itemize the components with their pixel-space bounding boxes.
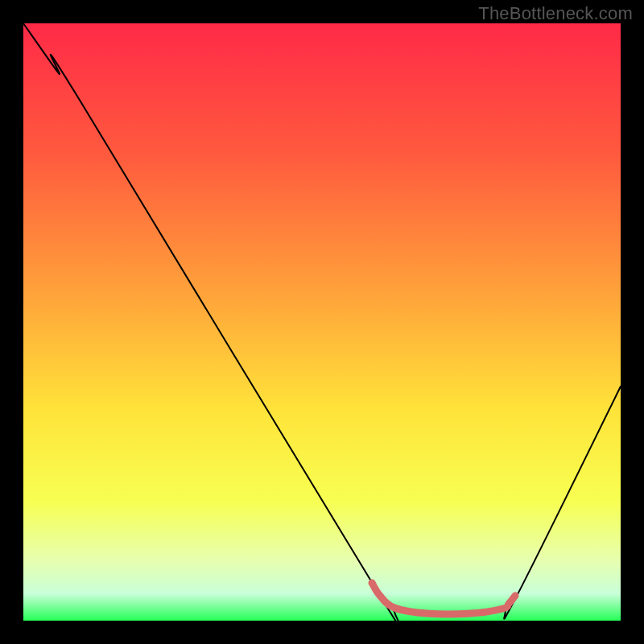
watermark-text: TheBottleneck.com [478, 3, 633, 24]
chart-svg [0, 0, 644, 644]
chart-frame: { "watermark": "TheBottleneck.com", "cha… [0, 0, 644, 644]
plot-background [23, 23, 621, 621]
